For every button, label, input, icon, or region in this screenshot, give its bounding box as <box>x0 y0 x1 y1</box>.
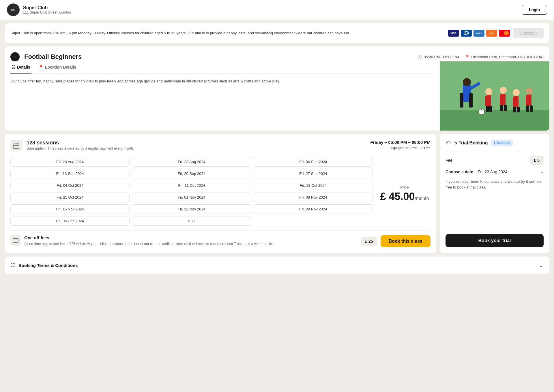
terms-chevron-icon: ⌄ <box>539 262 544 269</box>
one-off-title: One off fees <box>24 235 358 240</box>
amex-icon: AMEX <box>473 30 484 37</box>
trial-fee-badge: £ 5 <box>530 156 544 165</box>
terms-section[interactable]: ☷ Booking Terms & Conditions ⌄ <box>5 257 549 274</box>
trial-date-row[interactable]: Choose a date Fri, 23 Aug 2024 ⌄ <box>446 169 544 174</box>
book-class-button[interactable]: Book this class <box>381 235 431 247</box>
sessions-icon <box>10 140 22 151</box>
class-title: Football Beginners <box>24 53 413 61</box>
date-chip[interactable]: Fri, 01 Nov 2024 <box>132 193 251 202</box>
date-chip[interactable]: Fri, 13 Sep 2024 <box>10 169 130 178</box>
svg-rect-17 <box>500 95 502 105</box>
date-chip[interactable]: Fri, 22 Nov 2024 <box>132 204 251 214</box>
svg-rect-39 <box>13 238 18 242</box>
trial-divider <box>446 151 544 151</box>
tab-location[interactable]: 📍 Location Details <box>37 61 77 74</box>
terms-title: Booking Terms & Conditions <box>18 263 78 268</box>
date-chip[interactable]: Fri, 06 Dec 2024 <box>10 216 130 226</box>
price-amount: £ 45.00/month <box>380 191 429 203</box>
svg-rect-18 <box>503 95 506 105</box>
date-chip[interactable]: Fri, 06 Sep 2024 <box>254 157 373 167</box>
logo: SC <box>7 3 20 16</box>
svg-rect-41 <box>14 241 15 241</box>
svg-rect-40 <box>13 240 18 240</box>
visa-icon: VISA <box>448 30 459 37</box>
date-chip[interactable]: Fri, 04 Oct 2024 <box>10 181 130 190</box>
header: SC Super Club 111 Super Club Street, Lon… <box>0 0 554 20</box>
trial-panel: 🏷 's Trial Booking 1 Session Fee £ 5 Cho… <box>440 134 549 253</box>
price-label: Price <box>400 185 409 189</box>
one-off-right: £ 25 Book this class <box>361 235 431 247</box>
trial-date-value: Fri, 23 Aug 2024 <box>478 169 508 174</box>
date-chip[interactable]: Fri, 27 Sep 2024 <box>254 169 373 178</box>
date-chip[interactable]: Fri, 18 Oct 2024 <box>254 181 373 190</box>
class-description: Our clubs offer fun, happy, safe places … <box>10 78 434 84</box>
sessions-schedule: Friday – 05:00 PM – 06:00 PM Age group: … <box>370 140 431 150</box>
svg-point-9 <box>485 88 492 95</box>
sessions-top: 123 sessions Subscription: This class is… <box>10 140 431 151</box>
svg-point-27 <box>526 88 533 95</box>
svg-rect-3 <box>440 110 549 131</box>
class-location: 📍 Richmond Park, Richmond, UK (RCH123K) <box>465 55 544 59</box>
terms-icon: ☷ <box>10 262 15 268</box>
svg-rect-6 <box>460 93 463 108</box>
svg-rect-7 <box>469 93 473 108</box>
book-trial-button[interactable]: Book your trial <box>446 234 544 247</box>
date-chip[interactable]: Fri, 23 Aug 2024 <box>10 157 130 167</box>
club-info: Super Club 111 Super Club Street, London <box>23 5 71 14</box>
back-button[interactable]: ‹ <box>10 52 20 61</box>
trial-session-badge: 1 Session <box>491 140 513 146</box>
trial-header: 🏷 's Trial Booking 1 Session <box>446 140 544 146</box>
details-icon: ☵ <box>12 65 15 69</box>
date-chip[interactable]: Fri, 20 Sep 2024 <box>132 169 251 178</box>
svg-rect-24 <box>516 97 519 107</box>
svg-rect-14 <box>489 106 492 112</box>
card-icons: VISA AMEX DISC <box>448 30 510 37</box>
diners-icon <box>461 30 472 37</box>
club-address: 111 Super Club Street, London <box>23 10 71 14</box>
class-time: 🕐 05:00 PM - 06:00 PM <box>417 55 459 59</box>
banner-right: VISA AMEX DISC Checkout <box>448 28 544 38</box>
checkout-button[interactable]: Checkout <box>513 28 544 38</box>
svg-rect-29 <box>526 95 528 105</box>
date-chip[interactable]: Fri, 25 Oct 2024 <box>10 193 130 202</box>
date-chip[interactable]: Fri, 15 Nov 2024 <box>10 204 130 214</box>
svg-rect-19 <box>500 105 503 111</box>
trial-fee-row: Fee £ 5 <box>446 156 544 165</box>
svg-rect-11 <box>485 96 488 106</box>
trial-title: 's Trial Booking <box>454 140 488 146</box>
svg-rect-37 <box>15 143 15 144</box>
svg-rect-23 <box>513 97 515 107</box>
class-content: ☵ Details 📍 Location Details Our clubs o… <box>5 61 549 131</box>
login-button[interactable]: Login <box>522 5 547 15</box>
mastercard-icon <box>499 30 510 37</box>
sessions-main: Fri, 23 Aug 2024Fri, 30 Aug 2024Fri, 06 … <box>10 157 431 230</box>
tag-icon: 🏷 <box>446 140 451 146</box>
schedule-age-group: Age group: 7 Yr. - 13 Yr. <box>370 146 431 150</box>
date-chip[interactable]: Fri, 30 Aug 2024 <box>132 157 251 167</box>
price-period: /month <box>415 196 429 201</box>
fee-label: Fee <box>446 158 452 163</box>
trial-date-label: Choose a date <box>446 169 473 174</box>
sessions-dates: Fri, 23 Aug 2024Fri, 30 Aug 2024Fri, 06 … <box>10 157 373 230</box>
dates-more[interactable]: 107+ <box>132 216 251 226</box>
svg-point-15 <box>500 87 507 94</box>
sessions-count: 123 sessions <box>27 140 134 146</box>
terms-left: ☷ Booking Terms & Conditions <box>10 262 78 268</box>
date-chip[interactable]: Fri, 08 Nov 2024 <box>254 193 373 202</box>
trial-description: If you've never been to our class and wa… <box>446 179 544 190</box>
sessions-info: 123 sessions Subscription: This class is… <box>27 140 134 150</box>
one-off-section: One off fees A one-time registration fee… <box>10 230 431 247</box>
date-chip[interactable]: Fri, 11 Oct 2024 <box>132 181 251 190</box>
svg-rect-31 <box>526 105 529 112</box>
svg-rect-32 <box>530 105 533 112</box>
bottom-section: 123 sessions Subscription: This class is… <box>5 134 549 253</box>
clock-icon: 🕐 <box>417 55 422 59</box>
date-chip[interactable]: Fri, 29 Nov 2024 <box>254 204 373 214</box>
svg-point-5 <box>463 78 471 86</box>
tab-details[interactable]: ☵ Details <box>10 61 31 74</box>
class-tabs: ☵ Details 📍 Location Details <box>10 61 434 74</box>
dates-grid: Fri, 23 Aug 2024Fri, 30 Aug 2024Fri, 06 … <box>10 157 373 226</box>
location-icon: 📍 <box>465 55 469 59</box>
banner-text: Super Club is open from 7.30 am - 6 pm M… <box>10 30 442 36</box>
class-left: ☵ Details 📍 Location Details Our clubs o… <box>5 61 440 131</box>
